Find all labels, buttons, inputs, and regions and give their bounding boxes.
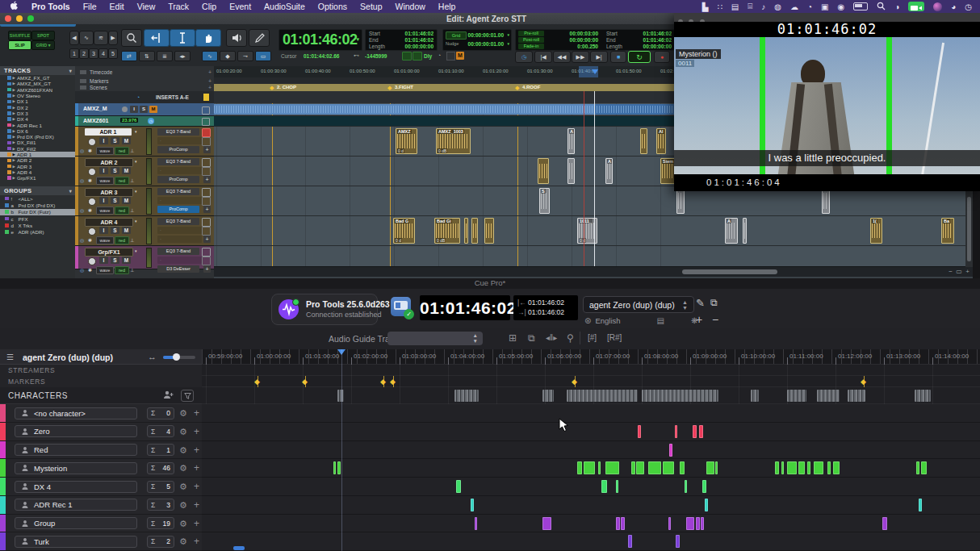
box-icon[interactable]: ▣ bbox=[821, 2, 828, 11]
cue-clip[interactable] bbox=[621, 517, 625, 530]
cue-clip[interactable] bbox=[605, 461, 619, 474]
character-lane--no-character-[interactable] bbox=[202, 404, 980, 423]
tracks-panel-header[interactable]: TRACKS▾ bbox=[0, 66, 75, 75]
return-to-zero-button[interactable]: |◀ bbox=[534, 51, 552, 63]
character-lane-dx-4[interactable] bbox=[202, 478, 980, 496]
trim-tool-icon[interactable] bbox=[144, 29, 170, 47]
insert-slot-d3-deesser[interactable]: D3 DeEsser bbox=[157, 265, 199, 273]
grabber-tool-icon[interactable] bbox=[195, 29, 221, 47]
track-list-item[interactable]: ▶DX 2 bbox=[0, 104, 75, 110]
cue-clip[interactable] bbox=[456, 480, 461, 493]
audio-clip[interactable]: S bbox=[539, 188, 550, 214]
chevron-down-icon[interactable]: ▾ bbox=[507, 32, 509, 37]
menu-item-track[interactable]: Track bbox=[168, 2, 189, 11]
menu-item-view[interactable]: View bbox=[137, 2, 156, 11]
cue-clip[interactable] bbox=[916, 461, 919, 474]
film-indicator-icon[interactable] bbox=[413, 52, 422, 61]
add-icon[interactable]: + bbox=[208, 85, 211, 90]
track-list-item[interactable]: ▶DX_Fill2 bbox=[0, 146, 75, 152]
audio-clip[interactable] bbox=[743, 218, 747, 244]
track-list-item[interactable]: ▶AMXZ601FXAN bbox=[0, 87, 75, 93]
add-box-icon[interactable]: ⊞ bbox=[509, 332, 517, 344]
automation-icon[interactable]: ◆ bbox=[220, 51, 236, 61]
track-s-button[interactable]: S bbox=[111, 197, 119, 204]
cue-clip[interactable] bbox=[699, 425, 703, 438]
gear-icon[interactable]: ⚙ bbox=[179, 445, 187, 455]
add-cue-icon[interactable]: + bbox=[194, 481, 199, 492]
playlist-icon[interactable]: ◎ bbox=[80, 267, 84, 273]
track-list-item[interactable]: ▶DX_Fill1 bbox=[0, 140, 75, 145]
cue-clip[interactable] bbox=[706, 461, 714, 474]
cue-clip[interactable] bbox=[542, 517, 551, 530]
character-count-box[interactable]: Σ0 bbox=[147, 407, 174, 420]
cue-clip[interactable] bbox=[616, 517, 620, 530]
character-name-box[interactable]: Turk bbox=[15, 536, 137, 548]
document-icon[interactable]: ▤ bbox=[657, 316, 664, 325]
track-i-button[interactable]: I bbox=[99, 167, 108, 174]
playlist-icon[interactable]: ◎ bbox=[80, 207, 84, 213]
cue-clip[interactable] bbox=[333, 461, 336, 474]
audio-clip[interactable]: Ba bbox=[941, 218, 954, 244]
stage-manager-icon[interactable]: ▙ bbox=[702, 2, 709, 11]
cue-clip[interactable] bbox=[631, 461, 635, 474]
audio-guide-dropdown[interactable]: ▲▼ bbox=[387, 332, 483, 345]
group-list-item[interactable]: bFutz DX (Futz) bbox=[0, 209, 75, 215]
grid-indicator-icon[interactable] bbox=[402, 52, 412, 61]
track-name-box[interactable]: ADR 2 bbox=[85, 158, 133, 167]
grid-box-icon[interactable] bbox=[202, 218, 211, 227]
track-list-item[interactable]: ▶DX 6 bbox=[0, 128, 75, 134]
audio-icon[interactable]: ♪ bbox=[761, 2, 765, 11]
record-enable-icon[interactable] bbox=[122, 106, 128, 112]
video-sync-icon[interactable]: ✓ bbox=[391, 297, 411, 316]
zoom-preset-5[interactable]: 5 bbox=[108, 48, 118, 59]
cue-hscroll-stub[interactable] bbox=[233, 546, 245, 550]
cue-clip[interactable] bbox=[636, 461, 644, 474]
character-row-turk[interactable]: TurkΣ2⚙+ bbox=[0, 532, 202, 551]
waveform-view-badge[interactable]: wave bbox=[96, 147, 114, 155]
main-counter-value[interactable]: 01:01:46:02 bbox=[283, 31, 358, 48]
character-name-box[interactable]: Mysterion bbox=[15, 462, 137, 474]
roll-label[interactable]: Fade-in bbox=[518, 44, 544, 49]
record-enable-icon[interactable] bbox=[88, 168, 96, 176]
cue-clip[interactable] bbox=[601, 480, 607, 493]
online-clock-button[interactable]: ◷ bbox=[515, 51, 533, 63]
insert-slot-eq3-7-band[interactable]: EQ3 7-Band bbox=[157, 218, 199, 225]
track-list-item[interactable]: ▶OV Stereo bbox=[0, 93, 75, 98]
track-s-button[interactable]: S bbox=[111, 167, 119, 174]
cue-clip[interactable] bbox=[787, 461, 797, 474]
cue-clip[interactable] bbox=[833, 461, 840, 474]
cue-timeline-ruler[interactable]: 00:59:00:0001:00:00:0001:01:00:0001:02:0… bbox=[202, 349, 980, 365]
cue-clip[interactable] bbox=[775, 461, 779, 474]
menu-item-event[interactable]: Event bbox=[229, 2, 251, 11]
grid-box-icon[interactable] bbox=[202, 137, 211, 146]
track-list-item[interactable]: ▶AMXZ_FX_GT bbox=[0, 75, 75, 81]
search-icon[interactable] bbox=[877, 0, 886, 14]
character-lane-group[interactable] bbox=[202, 515, 980, 533]
grid-box-icon[interactable] bbox=[202, 227, 211, 236]
split-at-playhead-icon[interactable]: ◂‖▸ bbox=[546, 333, 557, 342]
track-list-item[interactable]: ▶ADR 4 bbox=[0, 169, 75, 175]
track-i-button[interactable]: I bbox=[99, 137, 108, 144]
character-count-box[interactable]: Σ3 bbox=[147, 499, 174, 511]
cue-clip[interactable] bbox=[693, 425, 697, 438]
battery-icon[interactable] bbox=[853, 2, 868, 10]
character-row-zero[interactable]: ZeroΣ4⚙+ bbox=[0, 423, 202, 441]
cue-clip[interactable] bbox=[701, 517, 704, 530]
character-name-box[interactable]: Red bbox=[15, 444, 137, 456]
zoom-preset-1[interactable]: 1 bbox=[69, 48, 79, 59]
zoom-slider[interactable] bbox=[163, 356, 195, 359]
cue-clip[interactable] bbox=[798, 461, 805, 474]
zoom-preset-4[interactable]: 4 bbox=[98, 48, 108, 59]
cue-clip[interactable] bbox=[781, 461, 784, 474]
cue-clip[interactable] bbox=[715, 461, 718, 474]
menu-item-edit[interactable]: Edit bbox=[110, 2, 124, 11]
cue-clip[interactable] bbox=[628, 535, 632, 548]
dots-icon[interactable]: ∷ bbox=[717, 2, 722, 11]
rewind-button[interactable]: ◀◀ bbox=[553, 51, 571, 63]
snowflake-icon[interactable]: ✱ bbox=[88, 207, 92, 213]
playlist-icon[interactable]: ◎ bbox=[80, 177, 84, 183]
globe-icon[interactable]: ◍ bbox=[774, 2, 781, 11]
edit-pencil-icon[interactable]: ✎ bbox=[696, 297, 705, 309]
character-row-mysterion[interactable]: MysterionΣ46⚙+ bbox=[0, 459, 202, 478]
horizontal-scrollbar-thumb[interactable] bbox=[682, 269, 777, 274]
